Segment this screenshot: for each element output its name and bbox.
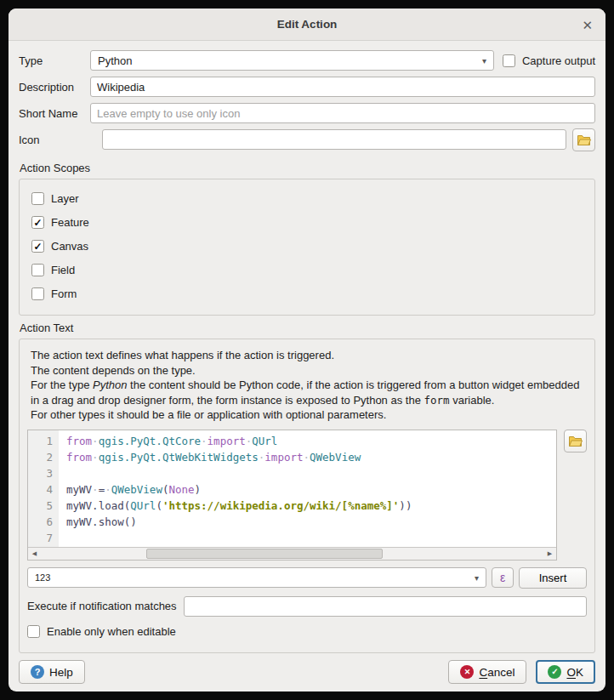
help-label: Help [49,666,73,679]
close-icon[interactable]: ✕ [582,18,593,31]
scope-label: Layer [51,192,79,205]
chevron-down-icon: ▾ [482,56,486,65]
folder-icon [568,435,583,447]
short-name-input[interactable] [90,103,595,123]
cancel-label: Cancel [479,666,515,679]
dialog-content: Type Python ▾ Capture output Description… [9,41,605,691]
scroll-right-icon[interactable]: ▶ [543,548,556,560]
scope-row-field: Field [31,264,583,276]
icon-browse-button[interactable] [572,128,595,151]
scope-row-layer: Layer [31,192,583,205]
horizontal-scrollbar[interactable]: ◀ ▶ [28,547,556,560]
scope-checkbox[interactable] [31,192,44,205]
scope-checkbox[interactable]: ✓ [31,216,44,229]
action-text-description: The action text defines what happens if … [31,348,583,423]
scope-label: Feature [51,216,89,229]
dialog-title: Edit Action [277,18,338,31]
scope-row-form: Form [31,287,583,300]
capture-output-label: Capture output [522,54,595,67]
capture-output: Capture output [503,54,595,67]
action-scopes-list: Layer✓Feature✓CanvasFieldForm [19,179,595,316]
scrollbar-track[interactable] [41,548,543,560]
scope-label: Canvas [51,240,88,253]
code-editor[interactable]: 1234567 from·qgis.PyQt.QtCore·import·QUr… [27,430,557,561]
action-text-title: Action Text [20,322,595,334]
short-name-row: Short Name [19,103,595,123]
scope-checkbox[interactable] [31,264,44,276]
line-numbers: 1234567 [28,430,59,547]
icon-label: Icon [19,134,90,146]
ok-icon: ✓ [548,665,561,679]
folder-icon [577,134,591,146]
scope-label: Form [51,287,77,300]
expression-select[interactable]: 123 ▾ [27,567,486,588]
expression-row: 123 ▾ ε Insert [27,567,587,589]
notification-input[interactable] [184,596,587,617]
scope-checkbox[interactable] [31,287,44,300]
action-text-group: The action text defines what happens if … [19,339,595,653]
action-scopes-title: Action Scopes [20,162,595,174]
code-editor-body[interactable]: 1234567 from·qgis.PyQt.QtCore·import·QUr… [28,430,556,547]
scope-row-canvas: ✓Canvas [31,240,583,253]
ok-button[interactable]: ✓ OK [536,660,595,684]
help-icon: ? [31,665,44,679]
type-row: Type Python ▾ Capture output [19,50,595,71]
titlebar[interactable]: Edit Action ✕ [9,9,605,41]
chevron-down-icon: ▾ [475,573,479,583]
code-lines[interactable]: from·qgis.PyQt.QtCore·import·QUrlfrom·qg… [59,430,556,547]
expression-select-value: 123 [35,572,50,583]
code-file-browse-button[interactable] [564,430,587,452]
enable-editable-label: Enable only when editable [47,625,176,638]
insert-button[interactable]: Insert [519,567,587,589]
epsilon-icon: ε [500,571,505,584]
enable-editable-row: Enable only when editable [27,625,587,638]
scope-row-feature: ✓Feature [31,216,583,229]
icon-row: Icon [19,129,595,150]
description-row: Description [19,77,595,97]
type-select[interactable]: Python ▾ [90,50,494,71]
notification-row: Execute if notification matches [27,596,587,617]
cancel-icon: ✕ [460,665,474,679]
scrollbar-thumb[interactable] [146,549,383,559]
edit-action-dialog: Edit Action ✕ Type Python ▾ Capture outp… [9,9,605,691]
description-input[interactable] [90,77,595,97]
scope-label: Field [51,264,75,276]
help-button[interactable]: ? Help [19,660,85,684]
code-editor-row: 1234567 from·qgis.PyQt.QtCore·import·QUr… [27,430,587,561]
description-label: Description [19,81,90,94]
type-select-value: Python [98,54,132,67]
enable-editable-checkbox[interactable] [27,625,40,638]
short-name-label: Short Name [19,107,90,120]
expression-builder-button[interactable]: ε [492,567,514,588]
capture-output-checkbox[interactable] [503,54,515,67]
scroll-left-icon[interactable]: ◀ [28,548,41,560]
footer: ? Help ✕ Cancel ✓ OK [19,653,595,684]
icon-path-input[interactable] [102,129,566,150]
cancel-button[interactable]: ✕ Cancel [448,660,526,684]
notification-label: Execute if notification matches [27,600,177,612]
ok-label: OK [566,666,583,679]
scope-checkbox[interactable]: ✓ [31,240,44,253]
type-label: Type [19,54,90,67]
